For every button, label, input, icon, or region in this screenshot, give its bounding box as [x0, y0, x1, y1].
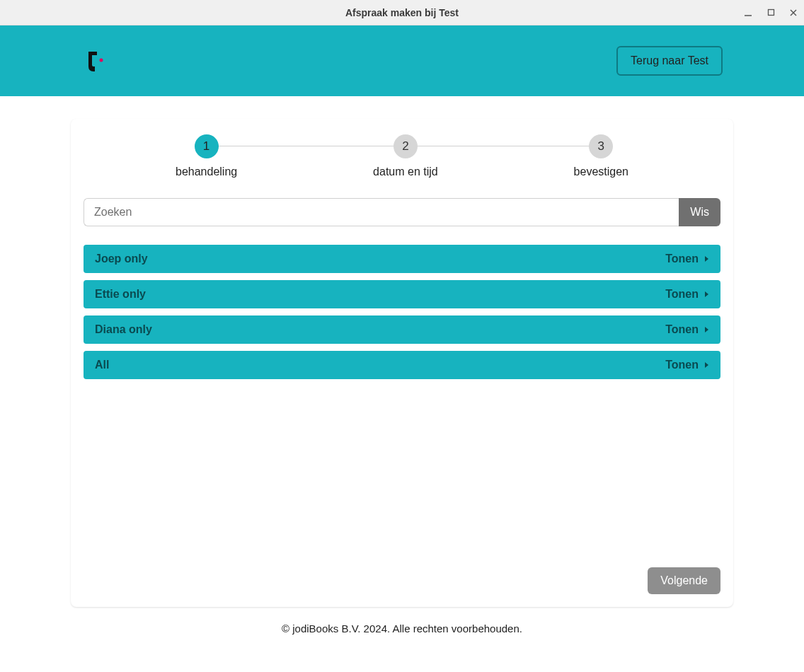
- category-item-all[interactable]: All Tonen: [84, 351, 720, 379]
- page-footer: © jodiBooks B.V. 2024. Alle rechten voor…: [0, 607, 804, 654]
- step-2: 2 datum en tijd: [373, 134, 438, 178]
- minimize-icon[interactable]: [743, 8, 753, 18]
- category-toggle: Tonen: [665, 253, 709, 265]
- step-1: 1 behandeling: [176, 134, 237, 178]
- svg-point-5: [100, 59, 103, 62]
- category-name: Joep only: [95, 253, 148, 265]
- svg-rect-1: [768, 10, 774, 16]
- svg-point-4: [100, 53, 103, 57]
- category-toggle-label: Tonen: [665, 323, 699, 336]
- chevron-right-icon: [704, 361, 709, 369]
- category-toggle-label: Tonen: [665, 359, 699, 371]
- step-label-2: datum en tijd: [373, 166, 438, 178]
- step-label-1: behandeling: [176, 166, 237, 178]
- clear-button[interactable]: Wis: [679, 198, 720, 226]
- category-list: Joep only Tonen Ettie only Tonen Diana o…: [84, 245, 720, 379]
- step-circle-3: 3: [589, 134, 613, 158]
- step-circle-1: 1: [195, 134, 219, 158]
- back-button[interactable]: Terug naar Test: [616, 46, 723, 76]
- category-item-diana[interactable]: Diana only Tonen: [84, 315, 720, 344]
- card-footer: Volgende: [84, 567, 720, 594]
- category-item-joep[interactable]: Joep only Tonen: [84, 245, 720, 273]
- chevron-right-icon: [704, 326, 709, 333]
- search-input[interactable]: [84, 198, 679, 226]
- category-item-ettie[interactable]: Ettie only Tonen: [84, 280, 720, 308]
- category-name: Diana only: [95, 323, 152, 336]
- close-icon[interactable]: [788, 8, 798, 18]
- app-body: Terug naar Test 1 behandeling 2 datum en…: [0, 25, 804, 672]
- step-label-3: bevestigen: [574, 166, 628, 178]
- main-card: 1 behandeling 2 datum en tijd 3 bevestig…: [71, 119, 733, 607]
- logo: [81, 47, 110, 75]
- chevron-right-icon: [704, 291, 709, 298]
- maximize-icon[interactable]: [766, 8, 776, 18]
- category-toggle-label: Tonen: [665, 288, 699, 301]
- next-button[interactable]: Volgende: [648, 567, 720, 594]
- category-name: All: [95, 359, 109, 371]
- category-toggle-label: Tonen: [665, 253, 699, 265]
- chevron-right-icon: [704, 255, 709, 262]
- svg-point-6: [100, 64, 103, 68]
- stepper: 1 behandeling 2 datum en tijd 3 bevestig…: [84, 134, 720, 178]
- titlebar-controls: [743, 0, 798, 25]
- category-toggle: Tonen: [665, 323, 709, 336]
- window: Afspraak maken bij Test Te: [0, 0, 804, 672]
- titlebar: Afspraak maken bij Test: [0, 0, 804, 25]
- category-toggle: Tonen: [665, 359, 709, 371]
- search-row: Wis: [84, 198, 720, 226]
- app-header: Terug naar Test: [0, 25, 804, 96]
- step-3: 3 bevestigen: [574, 134, 628, 178]
- category-toggle: Tonen: [665, 288, 709, 301]
- window-title: Afspraak maken bij Test: [345, 7, 459, 18]
- copyright-text: © jodiBooks B.V. 2024. Alle rechten voor…: [282, 622, 522, 635]
- step-circle-2: 2: [394, 134, 418, 158]
- category-name: Ettie only: [95, 288, 146, 301]
